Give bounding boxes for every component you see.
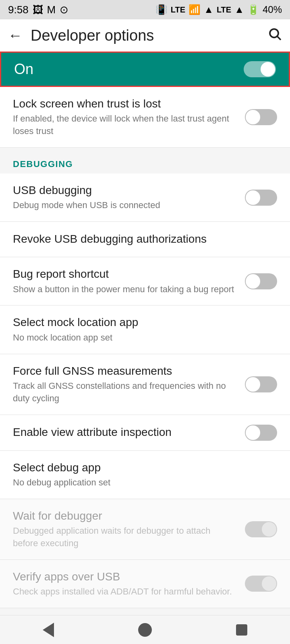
lock-screen-subtitle: If enabled, the device will lock when th… xyxy=(13,113,237,138)
wait-debugger-text: Wait for debugger Debugged application w… xyxy=(13,509,245,550)
verify-apps-text: Verify apps over USB Check apps installe… xyxy=(13,570,245,598)
revoke-usb-text: Revoke USB debugging authorizations xyxy=(13,232,277,246)
verify-apps-title: Verify apps over USB xyxy=(13,570,237,584)
verify-apps-subtitle: Check apps installed via ADB/ADT for har… xyxy=(13,586,237,598)
nav-back-button[interactable] xyxy=(36,618,60,642)
revoke-usb-item[interactable]: Revoke USB debugging authorizations xyxy=(0,222,290,257)
battery-icon: 🔋 xyxy=(247,4,259,15)
usb-debugging-toggle[interactable] xyxy=(245,190,277,206)
gallery-icon: 🖼 xyxy=(33,4,43,16)
search-button[interactable] xyxy=(267,27,282,45)
page-title: Developer options xyxy=(31,27,259,44)
bug-report-subtitle: Show a button in the power menu for taki… xyxy=(13,283,237,296)
toggle-thumb xyxy=(246,110,260,124)
debug-app-text: Select debug app No debug application se… xyxy=(13,460,277,489)
debug-app-item[interactable]: Select debug app No debug application se… xyxy=(0,451,290,499)
verify-apps-toggle xyxy=(245,576,277,592)
developer-on-banner[interactable]: On xyxy=(0,52,290,87)
lock-screen-toggle[interactable] xyxy=(245,109,277,125)
lock-screen-text: Lock screen when trust is lost If enable… xyxy=(13,97,245,138)
view-attribute-toggle[interactable] xyxy=(245,425,277,441)
time: 9:58 xyxy=(8,4,29,16)
status-right: 📳 LTE 📶 ▲ LTE ▲ 🔋 40% xyxy=(155,4,282,15)
mock-location-item[interactable]: Select mock location app No mock locatio… xyxy=(0,305,290,354)
gmail-icon: M xyxy=(47,4,56,16)
view-attribute-item[interactable]: Enable view attribute inspection xyxy=(0,415,290,451)
view-attribute-title: Enable view attribute inspection xyxy=(13,425,237,440)
debug-app-subtitle: No debug application set xyxy=(13,477,269,489)
usb-debugging-title: USB debugging xyxy=(13,183,237,198)
content-scroll: On Lock screen when trust is lost If ena… xyxy=(0,52,290,637)
lte2-icon: LTE xyxy=(217,5,231,14)
svg-point-0 xyxy=(270,29,278,37)
vibrate-icon: 📳 xyxy=(155,4,168,15)
gnss-item[interactable]: Force full GNSS measurements Track all G… xyxy=(0,354,290,415)
mock-location-text: Select mock location app No mock locatio… xyxy=(13,315,277,344)
bug-report-item[interactable]: Bug report shortcut Show a button in the… xyxy=(0,257,290,305)
verify-apps-item: Verify apps over USB Check apps installe… xyxy=(0,560,290,608)
wait-debugger-item: Wait for debugger Debugged application w… xyxy=(0,499,290,560)
lock-screen-item[interactable]: Lock screen when trust is lost If enable… xyxy=(0,87,290,148)
gnss-text: Force full GNSS measurements Track all G… xyxy=(13,364,245,405)
bug-report-title: Bug report shortcut xyxy=(13,267,237,281)
lte-icon: LTE xyxy=(171,5,185,14)
wait-debugger-subtitle: Debugged application waits for debugger … xyxy=(13,525,237,550)
wait-debugger-title: Wait for debugger xyxy=(13,509,237,523)
usb-debugging-text: USB debugging Debug mode when USB is con… xyxy=(13,183,245,212)
battery-percent: 40% xyxy=(263,4,282,15)
developer-on-toggle[interactable] xyxy=(244,61,276,77)
nav-home-button[interactable] xyxy=(133,618,157,642)
revoke-usb-title: Revoke USB debugging authorizations xyxy=(13,232,269,246)
signal-icon: ▲ xyxy=(204,4,213,15)
mock-location-title: Select mock location app xyxy=(13,315,269,330)
gnss-subtitle: Track all GNSS constellations and freque… xyxy=(13,380,237,405)
nav-recents-button[interactable] xyxy=(230,618,254,642)
developer-on-label: On xyxy=(14,61,33,78)
status-left: 9:58 🖼 M ⊙ xyxy=(8,4,68,16)
toggle-thumb xyxy=(261,62,275,76)
app-bar: ← Developer options xyxy=(0,19,290,52)
bug-report-text: Bug report shortcut Show a button in the… xyxy=(13,267,245,295)
debugging-section-header: DEBUGGING xyxy=(0,148,290,173)
signal2-icon: ▲ xyxy=(234,4,244,15)
mock-location-subtitle: No mock location app set xyxy=(13,332,269,344)
wait-debugger-toggle xyxy=(245,521,277,537)
view-attribute-text: Enable view attribute inspection xyxy=(13,425,245,440)
home-nav-icon xyxy=(138,623,152,637)
wifi-icon: 📶 xyxy=(188,4,201,15)
recents-nav-icon xyxy=(236,624,247,636)
bug-report-toggle[interactable] xyxy=(245,273,277,289)
gnss-toggle[interactable] xyxy=(245,376,277,392)
status-bar: 9:58 🖼 M ⊙ 📳 LTE 📶 ▲ LTE ▲ 🔋 40% xyxy=(0,0,290,19)
back-nav-icon xyxy=(43,623,54,637)
debug-app-title: Select debug app xyxy=(13,460,269,475)
nav-bar xyxy=(0,615,290,644)
usb-debugging-subtitle: Debug mode when USB is connected xyxy=(13,199,237,212)
camera-icon: ⊙ xyxy=(60,4,68,16)
lock-screen-title: Lock screen when trust is lost xyxy=(13,97,237,111)
back-button[interactable]: ← xyxy=(8,27,23,44)
usb-debugging-item[interactable]: USB debugging Debug mode when USB is con… xyxy=(0,173,290,222)
gnss-title: Force full GNSS measurements xyxy=(13,364,237,378)
svg-line-1 xyxy=(278,36,281,39)
